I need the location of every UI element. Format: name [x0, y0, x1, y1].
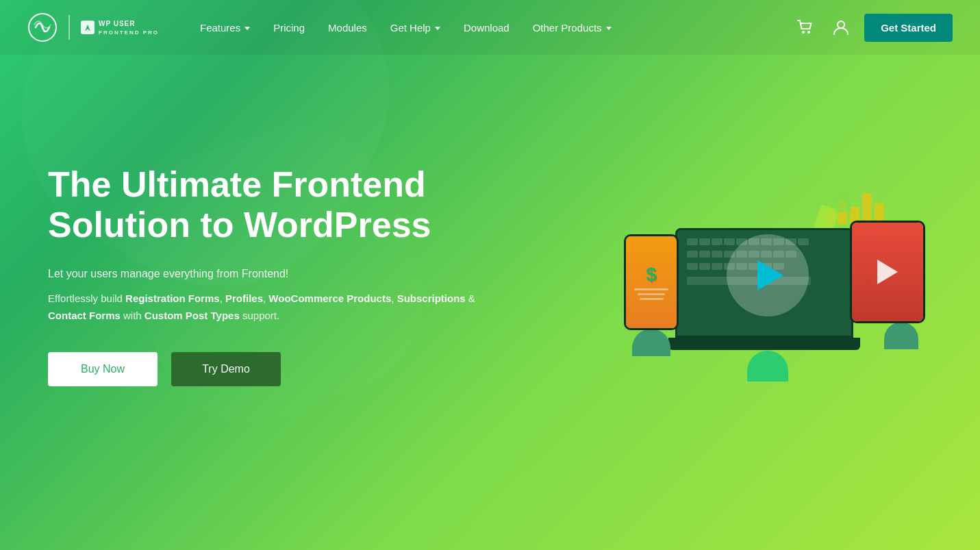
logo-icon [27, 12, 58, 42]
tablet-device [850, 221, 925, 323]
other-products-chevron-icon [606, 27, 612, 30]
hero-title: The Ultimate FrontendSolution to WordPre… [48, 164, 493, 246]
brand-logo-text: WP USER FRONTEND PRO [81, 15, 163, 40]
nav-item-get-help[interactable]: Get Help [381, 16, 450, 39]
nav-item-other-products[interactable]: Other Products [523, 16, 621, 39]
nav-right: Get Started [793, 14, 953, 42]
svg-point-6 [838, 21, 844, 28]
hero-illustration: $ [596, 152, 939, 426]
svg-point-5 [807, 31, 810, 34]
main-nav: WP USER FRONTEND PRO Features Pricing Mo… [0, 0, 980, 55]
phone-screen: $ [626, 236, 677, 328]
phone-bar-3 [640, 298, 664, 300]
features-chevron-icon [244, 27, 250, 30]
device-group: $ [596, 152, 939, 426]
tablet-play-icon [877, 260, 898, 284]
svg-text:FRONTEND PRO: FRONTEND PRO [99, 29, 159, 36]
hand-right [884, 322, 918, 349]
play-button[interactable] [727, 234, 809, 316]
hero-description: Effortlessly build Registration Forms, P… [48, 290, 493, 325]
user-icon[interactable] [829, 15, 853, 40]
hand-center [747, 351, 788, 382]
phone-body: $ [624, 234, 679, 330]
play-triangle-icon [757, 260, 783, 290]
buy-now-button[interactable]: Buy Now [48, 352, 158, 386]
phone-bar-1 [634, 288, 668, 290]
get-started-button[interactable]: Get Started [864, 14, 953, 42]
tablet-screen [852, 223, 923, 321]
dollar-sign: $ [646, 264, 657, 286]
tablet-body [850, 221, 925, 323]
floating-paper-2 [833, 192, 852, 213]
nav-item-modules[interactable]: Modules [318, 16, 377, 39]
hero-section: WP USER FRONTEND PRO Features Pricing Mo… [0, 0, 980, 550]
cart-icon[interactable] [793, 15, 818, 40]
hand-left [632, 329, 670, 356]
logo-area[interactable]: WP USER FRONTEND PRO [27, 12, 163, 42]
bar-4 [862, 193, 872, 224]
get-help-chevron-icon [435, 27, 440, 30]
try-demo-button[interactable]: Try Demo [171, 352, 281, 386]
hero-content: The Ultimate FrontendSolution to WordPre… [48, 164, 493, 386]
hero-subtitle: Let your users manage everything from Fr… [48, 265, 493, 283]
svg-point-4 [802, 31, 805, 34]
phone-bar-2 [638, 293, 665, 295]
nav-item-features[interactable]: Features [190, 16, 260, 39]
phone-device: $ [624, 234, 679, 330]
svg-text:WP USER: WP USER [99, 20, 136, 27]
nav-item-download[interactable]: Download [454, 16, 519, 39]
nav-links: Features Pricing Modules Get Help Downlo… [190, 16, 793, 39]
nav-item-pricing[interactable]: Pricing [264, 16, 314, 39]
hero-buttons: Buy Now Try Demo [48, 352, 493, 386]
logo-divider [68, 15, 70, 40]
laptop-base [668, 338, 860, 350]
